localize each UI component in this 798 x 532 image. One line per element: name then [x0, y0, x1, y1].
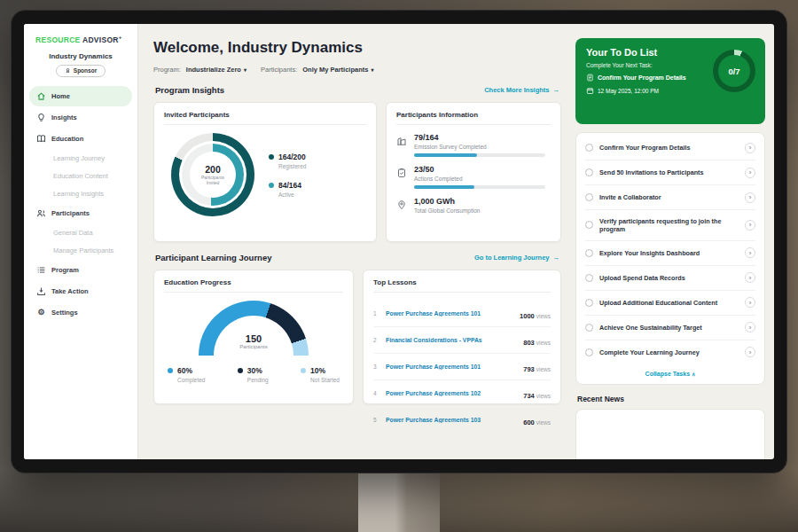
legend-label: Not Started: [310, 377, 340, 383]
task-checkbox[interactable]: [585, 348, 593, 356]
todo-summary-card: Your To Do List Complete Your Next Task:…: [575, 38, 765, 124]
chevron-right-icon[interactable]: ›: [745, 168, 755, 178]
chevron-right-icon[interactable]: ›: [745, 297, 755, 308]
filter-bar: Program: Industrialize Zero ▾ Participan…: [153, 66, 561, 74]
emission-survey-row: 79/164 Emission Survey Completed: [396, 133, 551, 157]
views-suffix: views: [536, 340, 551, 346]
lesson-row: 3 Power Purchase Agreements 101 793views: [373, 354, 551, 380]
legend-dot: [238, 368, 243, 373]
task-row[interactable]: Complete Your Learning Journey ›: [585, 340, 755, 364]
info-label: Total Global Consumption: [414, 207, 480, 214]
todo-next-date-label: 12 May 2025, 12:00 PM: [598, 88, 659, 94]
sidebar-item-learning-insights[interactable]: Learning Insights: [29, 185, 132, 202]
sidebar-item-general-data[interactable]: General Data: [29, 224, 132, 241]
task-row[interactable]: Achieve One Sustainability Target ›: [585, 316, 755, 340]
task-label: Explore Your Insights Dashboard: [599, 249, 739, 257]
lesson-link[interactable]: Power Purchase Agreements 102: [386, 390, 518, 396]
task-row[interactable]: Send 50 Invitations to Participants ›: [585, 160, 755, 185]
task-checkbox[interactable]: [585, 144, 593, 152]
task-checkbox[interactable]: [585, 221, 593, 229]
org-name: Industry Dynamics: [24, 52, 137, 60]
sidebar-item-learning-journey[interactable]: Learning Journey: [29, 150, 132, 167]
lesson-link[interactable]: Power Purchase Agreements 101: [386, 310, 514, 317]
chevron-right-icon[interactable]: ›: [745, 322, 755, 332]
task-checkbox[interactable]: [585, 324, 593, 332]
logo-plus: +: [119, 35, 122, 40]
donut-center-value: 200: [205, 164, 221, 175]
legend-value: 84/164: [278, 181, 301, 190]
legend-dot: [269, 183, 274, 188]
sponsor-badge-label: Sponsor: [74, 67, 97, 74]
main-content: Welcome, Industry Dynamics Program: Indu…: [138, 24, 574, 459]
calendar-icon: [586, 87, 594, 95]
card-title: Education Progress: [164, 278, 343, 293]
sidebar-item-education[interactable]: Education: [29, 129, 132, 149]
task-checkbox[interactable]: [585, 168, 593, 176]
sidebar-item-education-content[interactable]: Education Content: [29, 168, 132, 184]
chevron-right-icon[interactable]: ›: [745, 347, 755, 357]
legend-item-active: 84/164 Active: [269, 181, 306, 198]
views-suffix: views: [536, 393, 551, 399]
invited-participants-card: Invited Participants 200 Participants In…: [153, 102, 377, 242]
sidebar-item-label: Participants: [51, 209, 90, 217]
chevron-right-icon[interactable]: ›: [745, 272, 755, 283]
sidebar-item-program[interactable]: Program: [29, 260, 132, 280]
invited-donut-chart: 200 Participants Invited: [171, 133, 254, 216]
task-row[interactable]: Confirm Your Program Details ›: [585, 136, 755, 160]
collapse-tasks-link[interactable]: Collapse Tasks ∧: [585, 364, 755, 382]
task-row[interactable]: Upload Additional Educational Content ›: [585, 291, 755, 316]
task-checkbox[interactable]: [585, 249, 593, 257]
people-icon: [36, 208, 46, 218]
clipboard-check-icon: [396, 166, 407, 176]
sidebar-item-participants[interactable]: Participants: [29, 203, 132, 223]
recent-news-title: Recent News: [577, 395, 765, 403]
task-row[interactable]: Explore Your Insights Dashboard ›: [585, 241, 755, 266]
donut-legend: 164/200 Registered 84/164 Active: [269, 153, 306, 198]
legend-dot: [269, 154, 274, 160]
book-icon: [36, 134, 46, 144]
task-row[interactable]: Verify participants requesting to join t…: [585, 210, 755, 241]
sidebar-item-insights[interactable]: Insights: [29, 107, 132, 128]
lesson-rank: 3: [373, 364, 380, 370]
task-label: Verify participants requesting to join t…: [599, 217, 739, 234]
todo-next-task[interactable]: Confirm Your Program Details: [586, 74, 706, 82]
task-checkbox[interactable]: [585, 274, 593, 282]
lesson-link[interactable]: Power Purchase Agreements 103: [386, 417, 518, 423]
lesson-link[interactable]: Financial Considerations - VPPAs: [386, 337, 518, 343]
chevron-right-icon[interactable]: ›: [745, 247, 755, 258]
sidebar-item-settings[interactable]: ⚙ Settings: [29, 302, 132, 323]
lesson-views: 734: [523, 392, 535, 400]
program-filter-dropdown[interactable]: Industrialize Zero ▾: [186, 66, 246, 74]
lesson-link[interactable]: Power Purchase Agreements 101: [386, 364, 518, 370]
task-row[interactable]: Invite a Collaborator ›: [585, 185, 755, 210]
gauge-legend: 60% Completed 30% Pending: [164, 366, 343, 383]
chevron-right-icon[interactable]: ›: [745, 220, 755, 231]
lesson-views: 600: [523, 419, 535, 426]
task-checkbox[interactable]: [585, 299, 593, 307]
chevron-right-icon[interactable]: ›: [745, 192, 755, 203]
progress-bar: [414, 153, 545, 157]
views-suffix: views: [536, 313, 551, 319]
sidebar-item-home[interactable]: Home: [29, 86, 132, 106]
task-row[interactable]: Upload Spend Data Records ›: [585, 266, 755, 291]
global-consumption-row: 1,000 GWh Total Global Consumption: [396, 197, 551, 217]
program-filter-value: Industrialize Zero: [186, 66, 241, 74]
download-tray-icon: [36, 286, 46, 296]
participants-information-card: Participants Information 79/164 Emission…: [386, 102, 561, 242]
sidebar-item-label: Settings: [51, 309, 78, 317]
go-to-learning-journey-link[interactable]: Go to Learning Journey →: [474, 254, 559, 262]
task-label: Complete Your Learning Journey: [599, 348, 739, 356]
views-suffix: views: [536, 419, 551, 426]
check-more-insights-link[interactable]: Check More Insights →: [484, 86, 559, 94]
legend-item-completed: 60% Completed: [168, 366, 205, 383]
lesson-views: 1000: [520, 312, 535, 320]
document-icon: [586, 74, 594, 82]
card-title: Top Lessons: [373, 278, 551, 293]
sidebar-item-take-action[interactable]: Take Action: [29, 281, 132, 301]
chevron-right-icon[interactable]: ›: [745, 143, 755, 153]
task-checkbox[interactable]: [585, 193, 593, 201]
sidebar-item-label: Learning Journey: [53, 154, 105, 162]
progress-bar: [414, 185, 545, 189]
participants-filter-dropdown[interactable]: Only My Participants ▾: [302, 66, 373, 74]
sidebar-item-manage-participants[interactable]: Manage Participants: [29, 242, 132, 259]
